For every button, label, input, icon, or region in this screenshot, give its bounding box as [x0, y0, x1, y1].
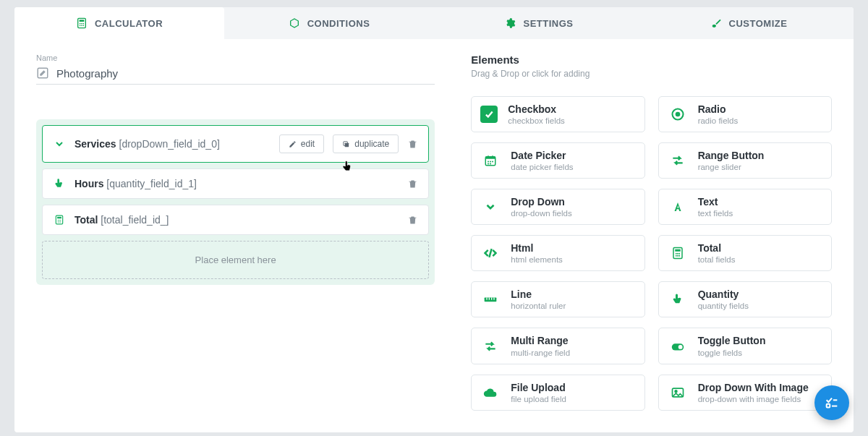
range-icon	[668, 150, 688, 171]
pencil-icon	[289, 140, 297, 148]
gear-icon	[504, 17, 516, 29]
tab-label: CONDITIONS	[307, 18, 370, 29]
field-row-total[interactable]: Total [total_field_id_]	[42, 205, 429, 235]
builder-panel: Name Services [dropDown_field_id_0]	[36, 54, 435, 411]
multirange-icon	[480, 336, 501, 356]
hand-point-icon	[668, 289, 688, 309]
drop-zone[interactable]: Place element here	[42, 241, 429, 279]
tab-conditions[interactable]: CONDITIONS	[224, 7, 434, 39]
palette-text[interactable]: Texttext fields	[658, 189, 832, 225]
tab-settings[interactable]: SETTINGS	[434, 7, 644, 39]
svg-point-6	[81, 25, 82, 27]
palette-item-name: Drop Down	[511, 196, 571, 208]
palette-item-desc: quantity fields	[698, 302, 749, 310]
svg-rect-39	[485, 298, 497, 302]
palette-item-desc: drop-down with image fields	[698, 395, 809, 403]
palette-item-desc: range slider	[698, 163, 765, 171]
tab-label: CUSTOMIZE	[729, 18, 788, 29]
tab-label: CALCULATOR	[95, 18, 163, 29]
palette-item-desc: toggle fields	[698, 349, 766, 357]
field-row-hours[interactable]: Hours [quantity_field_id_1]	[42, 168, 429, 199]
svg-line-30	[490, 249, 492, 257]
toggle-icon	[668, 336, 688, 356]
code-icon	[480, 243, 501, 263]
calculator-icon	[668, 243, 688, 263]
palette-item-desc: drop-down fields	[511, 209, 571, 218]
delete-button[interactable]	[407, 179, 418, 189]
svg-point-3	[81, 23, 82, 25]
field-title: Services	[75, 138, 116, 150]
radio-icon	[668, 104, 688, 124]
duplicate-button[interactable]: duplicate	[333, 134, 399, 153]
palette-item-name: Total	[698, 242, 736, 254]
tab-calculator[interactable]: CALCULATOR	[14, 7, 224, 39]
svg-point-5	[80, 25, 81, 27]
cube-icon	[289, 17, 300, 29]
palette-item-name: Date Picker	[511, 150, 573, 161]
svg-point-35	[678, 253, 680, 255]
svg-point-16	[58, 221, 59, 222]
palette-line[interactable]: Linehorizontal ruler	[471, 281, 644, 317]
svg-rect-32	[675, 249, 681, 252]
svg-rect-49	[827, 404, 830, 408]
svg-point-14	[59, 220, 59, 221]
elements-palette: Checkboxcheckbox fields Radioradio field…	[471, 96, 832, 411]
palette-fileupload[interactable]: File Uploadfile upload field	[471, 375, 644, 411]
svg-point-47	[675, 390, 677, 393]
svg-point-15	[60, 220, 61, 221]
duplicate-button-label: duplicate	[354, 139, 389, 149]
field-row-services[interactable]: Services [dropDown_field_id_0] edit	[42, 125, 429, 163]
svg-point-18	[60, 221, 61, 222]
palette-item-name: Checkbox	[508, 103, 565, 115]
palette-item-name: Range Button	[698, 150, 765, 161]
edit-button[interactable]: edit	[279, 134, 324, 153]
svg-point-28	[488, 163, 489, 165]
palette-item-desc: horizontal ruler	[511, 302, 566, 310]
svg-point-4	[82, 23, 84, 25]
svg-point-26	[490, 161, 491, 163]
palette-total[interactable]: Totaltotal fields	[658, 235, 832, 271]
palette-item-desc: checkbox fields	[508, 116, 565, 125]
copy-icon	[342, 140, 350, 148]
palette-range[interactable]: Range Buttonrange slider	[658, 142, 832, 179]
svg-point-38	[678, 255, 680, 257]
palette-item-name: Text	[698, 196, 733, 208]
app-window: CALCULATOR CONDITIONS SETTINGS CUSTOMIZE…	[14, 7, 854, 432]
palette-quantity[interactable]: Quantityquantity fields	[658, 281, 832, 317]
chevron-down-icon	[53, 138, 66, 150]
svg-point-36	[675, 255, 676, 257]
field-title: Hours	[75, 178, 103, 189]
palette-toggle[interactable]: Toggle Buttontoggle fields	[658, 328, 832, 364]
name-label: Name	[36, 54, 435, 62]
drop-zone-label: Place element here	[195, 255, 276, 265]
ruler-icon	[480, 289, 501, 309]
edit-name-icon[interactable]	[36, 67, 49, 80]
calculator-name-input[interactable]	[56, 67, 435, 80]
palette-item-name: File Upload	[511, 382, 566, 393]
svg-point-20	[675, 112, 680, 117]
palette-item-name: Toggle Button	[698, 335, 766, 346]
svg-point-37	[677, 255, 678, 257]
field-slug: [dropDown_field_id_0]	[119, 138, 220, 150]
palette-item-desc: date picker fields	[511, 163, 573, 171]
tab-bar: CALCULATOR CONDITIONS SETTINGS CUSTOMIZE	[14, 7, 854, 39]
help-fab[interactable]	[814, 385, 849, 420]
palette-item-desc: multi-range field	[511, 349, 570, 357]
palette-item-name: Radio	[698, 103, 739, 115]
body: Name Services [dropDown_field_id_0]	[14, 39, 854, 432]
palette-multirange[interactable]: Multi Rangemulti-range field	[471, 328, 644, 364]
palette-dropdownimage[interactable]: Drop Down With Imagedrop-down with image…	[658, 375, 832, 411]
palette-dropdown[interactable]: Drop Downdrop-down fields	[471, 189, 644, 225]
palette-datepicker[interactable]: Date Pickerdate picker fields	[471, 142, 644, 179]
svg-rect-22	[486, 157, 496, 159]
tab-customize[interactable]: CUSTOMIZE	[644, 7, 854, 39]
delete-button[interactable]	[407, 139, 418, 150]
svg-point-29	[490, 163, 491, 165]
svg-point-17	[59, 221, 59, 222]
svg-rect-9	[345, 142, 349, 147]
palette-html[interactable]: Htmlhtml elements	[471, 235, 644, 271]
delete-button[interactable]	[407, 215, 418, 226]
palette-radio[interactable]: Radioradio fields	[658, 96, 832, 132]
palette-checkbox[interactable]: Checkboxcheckbox fields	[471, 96, 644, 132]
name-row	[36, 67, 435, 85]
